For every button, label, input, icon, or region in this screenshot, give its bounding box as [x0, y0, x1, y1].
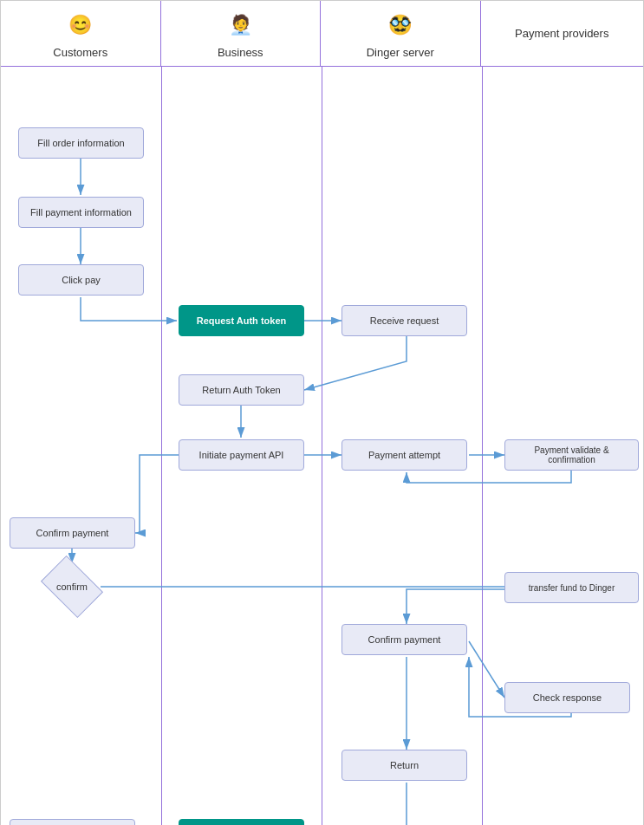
lane-title-dinger: Dinger server — [367, 46, 434, 59]
avatar-business: 🧑‍💼 — [223, 8, 257, 42]
lane-title-customers: Customers — [53, 46, 107, 59]
swimlane-body: Fill order information Fill payment info… — [1, 67, 643, 825]
box-confirm-payment-customer2: Confirm payment — [10, 819, 135, 825]
box-check-response-business: Check response — [179, 819, 304, 825]
box-initiate-payment: Initiate payment API — [179, 439, 304, 471]
box-click-pay: Click pay — [18, 264, 144, 296]
diamond-confirm: confirm — [37, 563, 107, 610]
box-receive-request: Receive request — [342, 305, 467, 336]
lane-divider-2 — [322, 67, 322, 825]
box-confirm-payment-dinger: Confirm payment — [342, 624, 467, 655]
lane-header-payment: Payment providers — [481, 1, 643, 66]
box-fill-payment: Fill payment information — [18, 197, 144, 228]
lane-title-payment: Payment providers — [515, 27, 608, 40]
box-payment-attempt: Payment attempt — [342, 439, 467, 471]
avatar-dinger: 🥸 — [383, 8, 418, 42]
diagram-container: 😊 Customers 🧑‍💼 Business 🥸 Dinger server… — [0, 0, 644, 825]
box-check-response-payment: Check response — [504, 682, 630, 713]
lane-header-customers: 😊 Customers — [1, 1, 161, 66]
box-fill-order: Fill order information — [18, 127, 144, 159]
lane-header-dinger: 🥸 Dinger server — [321, 1, 481, 66]
diamond-label: confirm — [56, 581, 88, 592]
svg-line-9 — [469, 641, 504, 698]
box-transfer-fund: transfer fund to Dinger — [504, 572, 639, 603]
lane-header-business: 🧑‍💼 Business — [161, 1, 322, 66]
lane-divider-3 — [482, 67, 483, 825]
box-return-auth: Return Auth Token — [179, 374, 304, 406]
box-payment-validate: Payment validate & confirmation — [504, 439, 639, 471]
lane-divider-1 — [161, 67, 162, 825]
box-request-auth: Request Auth token — [179, 305, 304, 336]
lane-title-business: Business — [218, 46, 263, 59]
box-confirm-payment-customer: Confirm payment — [10, 517, 135, 549]
avatar-customers: 😊 — [63, 8, 98, 42]
box-return-dinger: Return — [342, 750, 467, 781]
swimlane-header: 😊 Customers 🧑‍💼 Business 🥸 Dinger server… — [1, 1, 643, 67]
